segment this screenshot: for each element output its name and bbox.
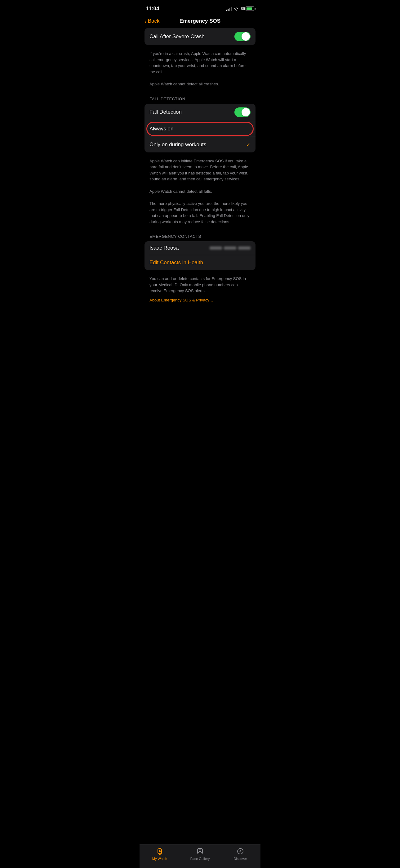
back-chevron-icon: ‹ [144, 18, 147, 24]
status-bar: 11:04 86 [139, 0, 261, 16]
always-on-container: Always on [144, 121, 256, 136]
battery-percent: 86 [241, 6, 245, 11]
crash-detection-toggle[interactable] [234, 32, 251, 41]
contacts-description: You can add or delete contacts for Emerg… [144, 273, 256, 297]
crash-detection-card: Call After Severe Crash [144, 28, 256, 45]
fall-description-3: The more physically active you are, the … [144, 197, 256, 228]
redacted-block-3 [238, 247, 251, 250]
battery-icon: 86 [241, 6, 254, 11]
crash-detection-row: Call After Severe Crash [144, 28, 256, 45]
back-label: Back [148, 18, 160, 24]
content-area: Call After Severe Crash If you're in a c… [139, 28, 261, 334]
fall-description-1: Apple Watch can initiate Emergency SOS i… [144, 155, 256, 185]
toggle-knob-fall [241, 108, 250, 116]
crash-detection-label: Call After Severe Crash [149, 34, 205, 40]
wifi-icon [233, 7, 239, 10]
redacted-block-2 [224, 247, 236, 250]
only-workouts-row[interactable]: Only on during workouts ✓ [144, 137, 256, 152]
fall-detection-row: Fall Detection [144, 104, 256, 121]
back-button[interactable]: ‹ Back [144, 18, 159, 24]
status-time: 11:04 [146, 6, 159, 12]
contact-redacted [210, 247, 251, 250]
emergency-contacts-section-header: EMERGENCY CONTACTS [144, 228, 256, 241]
toggle-knob [241, 32, 250, 41]
status-icons: 86 [226, 6, 254, 11]
contact-row: Isaac Roosa [144, 241, 256, 255]
fall-description-2: Apple Watch cannot detect all falls. [144, 185, 256, 198]
signal-icon [226, 6, 232, 11]
page-title: Emergency SOS [179, 18, 221, 24]
fall-detection-card: Fall Detection Always on Only on during … [144, 104, 256, 152]
about-sos-link[interactable]: About Emergency SOS & Privacy… [149, 298, 213, 302]
fall-detection-toggle[interactable] [234, 107, 251, 117]
emergency-contacts-card: Isaac Roosa Edit Contacts in Health [144, 241, 256, 270]
always-on-row[interactable]: Always on [144, 121, 256, 136]
contact-name: Isaac Roosa [149, 245, 179, 251]
edit-contacts-button[interactable]: Edit Contacts in Health [144, 255, 256, 270]
crash-description-2: Apple Watch cannot detect all crashes. [144, 78, 256, 90]
redacted-block-1 [210, 247, 222, 250]
only-workouts-label: Only on during workouts [149, 142, 206, 148]
checkmark-icon: ✓ [246, 141, 251, 148]
fall-detection-label: Fall Detection [149, 109, 182, 115]
always-on-label: Always on [149, 126, 173, 132]
fall-detection-section-header: FALL DETECTION [144, 90, 256, 104]
crash-description-1: If you're in a car crash, Apple Watch ca… [144, 48, 256, 78]
nav-bar: ‹ Back Emergency SOS [139, 16, 261, 28]
